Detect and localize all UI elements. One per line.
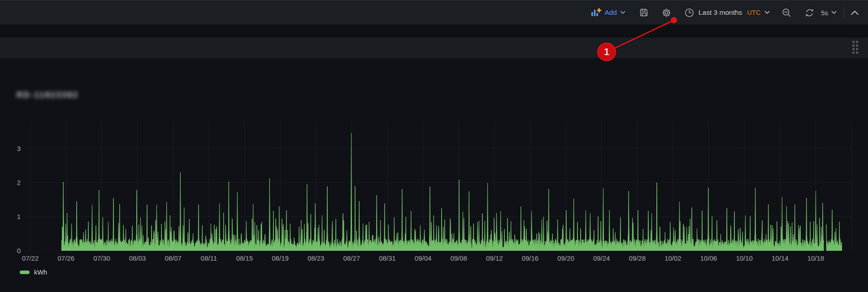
x-tick-label: 09/16: [514, 253, 546, 263]
x-tick-label: 08/27: [336, 253, 367, 263]
dashboard-settings-button[interactable]: [661, 8, 672, 18]
add-button[interactable]: Add: [590, 8, 625, 17]
zoom-out-icon: [781, 8, 792, 18]
bar-chart-plus-icon: [590, 8, 601, 17]
add-button-label: Add: [604, 9, 617, 17]
save-icon: [639, 8, 649, 17]
refresh-button[interactable]: [804, 8, 815, 18]
x-tick-label: 08/11: [193, 253, 225, 263]
refresh-interval-label: 5s: [821, 9, 828, 17]
clock-icon: [684, 8, 694, 18]
y-tick-label: 3: [0, 144, 21, 153]
timezone-label: UTC: [747, 9, 760, 16]
x-tick-label: 09/24: [586, 253, 617, 263]
x-tick-label: 08/03: [122, 253, 153, 263]
legend-series-swatch: [20, 271, 30, 274]
x-tick-label: 07/30: [86, 253, 117, 263]
x-tick-label: 08/23: [300, 253, 332, 263]
y-tick-label: 1: [0, 212, 21, 221]
annotation-badge-1: 1: [597, 43, 616, 61]
time-range-picker[interactable]: Last 3 months UTC: [684, 8, 770, 18]
gear-icon: [661, 8, 672, 18]
zoom-out-button[interactable]: [781, 8, 792, 18]
x-tick-label: 09/20: [550, 253, 582, 263]
dashboard-toolbar: Add Last 3 mon: [0, 0, 868, 25]
x-tick-label: 10/06: [693, 253, 725, 263]
legend-item-kwh[interactable]: kWh: [20, 269, 47, 276]
panel-drag-handle[interactable]: [852, 41, 858, 54]
x-tick-label: 10/14: [764, 253, 796, 263]
time-series-plot[interactable]: [25, 121, 854, 251]
toolbar-divider: [844, 7, 844, 18]
panel-header-band: [0, 38, 868, 58]
x-tick-label: 09/12: [479, 253, 510, 263]
collapse-toolbar-button[interactable]: [851, 9, 859, 16]
x-tick-label: 08/31: [372, 253, 403, 263]
x-tick-label: 10/10: [729, 253, 760, 263]
refresh-interval-dropdown[interactable]: 5s: [821, 9, 837, 17]
chevron-down-icon: [620, 11, 625, 14]
chevron-up-icon: [851, 9, 859, 16]
save-dashboard-button[interactable]: [639, 8, 649, 17]
x-tick-label: 10/02: [657, 253, 689, 263]
chevron-down-icon: [831, 11, 837, 14]
chevron-down-icon: [764, 11, 770, 14]
y-tick-label: 2: [0, 178, 21, 187]
x-tick-label: 07/22: [15, 253, 46, 263]
panel-title[interactable]: RD-11823382: [17, 90, 79, 100]
x-tick-label: 10/18: [800, 253, 831, 263]
x-tick-label: 08/07: [157, 253, 189, 263]
x-tick-label: 07/26: [50, 253, 82, 263]
legend-series-label: kWh: [34, 269, 47, 276]
refresh-icon: [804, 8, 815, 18]
x-tick-label: 09/28: [621, 253, 653, 263]
x-tick-label: 08/19: [265, 253, 296, 263]
series-area-kwh: [61, 133, 824, 251]
x-tick-label: 08/15: [229, 253, 260, 263]
x-tick-label: 09/04: [408, 253, 439, 263]
series-area-kwh: [826, 210, 842, 251]
time-range-label: Last 3 months: [699, 9, 742, 17]
dashboard-canvas-strip: [0, 25, 868, 38]
x-tick-label: 09/08: [443, 253, 474, 263]
